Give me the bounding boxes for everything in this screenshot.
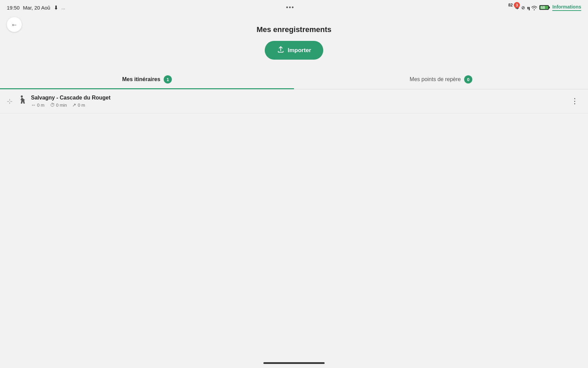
informations-label[interactable]: Informations (552, 4, 581, 11)
system-icons: ✱ ⊘ 𝛈 68 (515, 5, 549, 11)
back-button[interactable]: ← (7, 17, 22, 32)
home-indicator (263, 362, 325, 364)
time: 19:50 (7, 5, 20, 11)
drag-handle-icon[interactable]: ⊹ (7, 97, 13, 105)
meta-elevation: ↗ 0 m (72, 102, 85, 108)
tab-itineraires-badge: 1 (164, 75, 172, 83)
center-dots: ••• (286, 4, 294, 11)
top-badges: 82 3 (508, 2, 520, 8)
tab-reperes-badge: 0 (464, 75, 472, 83)
walk-icon (17, 95, 26, 107)
more-options-button[interactable]: ⋮ (568, 95, 581, 107)
date: Mar, 20 Aoû (23, 5, 50, 11)
elevation-value: 0 m (78, 103, 85, 108)
page-title: Mes enregistrements (257, 25, 331, 34)
battery-icon: 68 (539, 5, 549, 10)
meta-duration: ⏱ 0 min (50, 102, 67, 108)
status-left: 19:50 Mar, 20 Aoû ⬇ ... (7, 4, 65, 11)
distance-icon: ↔ (31, 102, 36, 108)
meta-distance: ↔ 0 m (31, 102, 45, 108)
signal-icon: ⊘ (521, 5, 525, 10)
back-arrow-icon: ← (11, 21, 18, 29)
status-center: ••• (286, 4, 294, 11)
elevation-icon: ↗ (72, 102, 76, 108)
more-dots: ... (62, 5, 65, 10)
tab-reperes-label: Mes points de repère (410, 76, 461, 82)
status-right: ✱ ⊘ 𝛈 68 Informations (515, 4, 581, 11)
wifi-icon: 𝛈 (527, 5, 537, 11)
import-button[interactable]: Importer (265, 41, 324, 60)
tab-itineraires-label: Mes itinéraires (122, 76, 160, 82)
clock-icon: ⏱ (50, 102, 55, 108)
import-label: Importer (288, 47, 311, 54)
status-bar: 19:50 Mar, 20 Aoû ⬇ ... ••• ✱ ⊘ 𝛈 68 Inf… (0, 0, 588, 15)
tab-reperes[interactable]: Mes points de repère 0 (294, 70, 588, 89)
item-title: Salvagny - Cascade du Rouget (31, 95, 568, 101)
duration-value: 0 min (56, 103, 67, 108)
item-info: Salvagny - Cascade du Rouget ↔ 0 m ⏱ 0 m… (31, 95, 568, 108)
tab-itineraires[interactable]: Mes itinéraires 1 (0, 70, 294, 89)
svg-point-0 (21, 95, 23, 97)
badge-circle: 3 (514, 2, 520, 8)
upload-icon (277, 46, 284, 55)
table-row[interactable]: ⊹ Salvagny - Cascade du Rouget ↔ 0 m ⏱ 0 (0, 89, 588, 113)
main-content: Mes enregistrements Importer Mes itinéra… (0, 15, 588, 113)
item-meta: ↔ 0 m ⏱ 0 min ↗ 0 m (31, 102, 568, 108)
distance-value: 0 m (37, 103, 45, 108)
badge-number: 82 (508, 3, 513, 7)
download-icon: ⬇ (54, 4, 58, 11)
list-container: ⊹ Salvagny - Cascade du Rouget ↔ 0 m ⏱ 0 (0, 89, 588, 113)
tabs-container: Mes itinéraires 1 Mes points de repère 0 (0, 70, 588, 89)
